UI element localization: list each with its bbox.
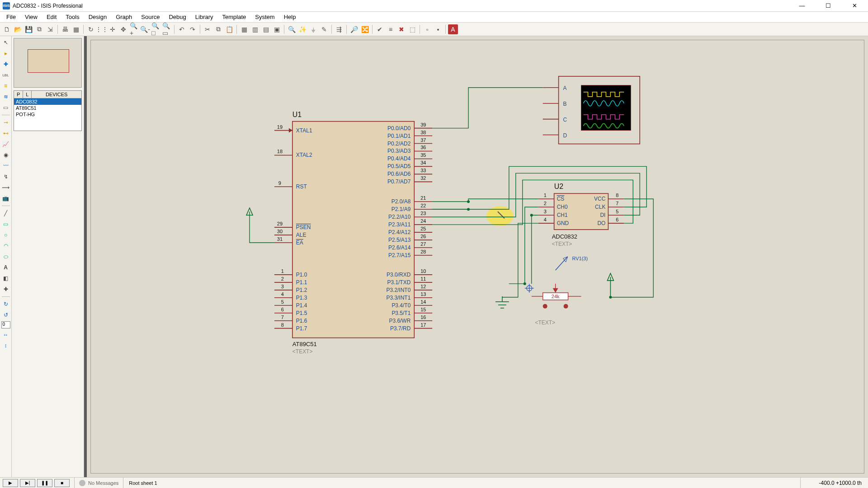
pan-icon[interactable]: ✥ xyxy=(118,24,128,34)
menu-library[interactable]: Library xyxy=(191,12,218,22)
paste-icon[interactable]: 📋 xyxy=(224,24,234,34)
textscript-icon[interactable]: ≡ xyxy=(1,81,10,90)
overview-window[interactable] xyxy=(14,38,82,88)
pot-rv1[interactable]: 24k RV1(3) xyxy=(525,256,588,309)
menu-system[interactable]: System xyxy=(250,12,279,22)
import-icon[interactable]: ⇲ xyxy=(45,24,55,34)
new-icon[interactable]: 🗋 xyxy=(2,24,12,34)
close-button[interactable]: ✕ xyxy=(845,0,863,11)
wirelabel2-icon[interactable]: LBL xyxy=(1,70,10,80)
probe-icon[interactable]: ✎ xyxy=(319,24,329,34)
pot-textph[interactable]: <TEXT> xyxy=(535,319,555,326)
grid-icon[interactable]: ⋮⋮ xyxy=(97,24,107,34)
zoomall-icon[interactable]: 🔍□ xyxy=(151,24,161,34)
device-list[interactable]: ADC0832 AT89C51 POT-HG xyxy=(14,99,82,131)
bus-icon[interactable]: ≋ xyxy=(1,92,10,101)
menu-tools[interactable]: Tools xyxy=(61,12,84,22)
minimize-button[interactable]: — xyxy=(793,0,811,11)
copy-icon[interactable]: ⧉ xyxy=(213,24,223,34)
schematic-canvas[interactable]: U1 19 XTAL1 18 XTAL2 9 RST xyxy=(90,40,864,474)
arc2d-icon[interactable]: ◠ xyxy=(1,241,10,250)
play-button[interactable]: ▶ xyxy=(3,479,18,487)
print-icon[interactable]: 🖶 xyxy=(60,24,70,34)
list-item[interactable]: ADC0832 xyxy=(14,99,81,105)
angle-input[interactable]: 0 xyxy=(1,321,10,328)
blockmove-icon[interactable]: ▥ xyxy=(250,24,260,34)
selection-icon[interactable]: ↖ xyxy=(1,38,10,47)
undo-icon[interactable]: ↶ xyxy=(177,24,187,34)
menu-debug[interactable]: Debug xyxy=(164,12,190,22)
menu-edit[interactable]: Edit xyxy=(42,12,61,22)
u2-part[interactable]: ADC0832 xyxy=(552,233,577,240)
redo-icon[interactable]: ↷ xyxy=(188,24,198,34)
replace-icon[interactable]: 🔀 xyxy=(360,24,370,34)
cut-icon[interactable]: ✂ xyxy=(203,24,212,34)
fliph-icon[interactable]: ↔ xyxy=(1,330,10,339)
pick-from-lib-button[interactable]: P xyxy=(14,91,23,98)
menu-design[interactable]: Design xyxy=(84,12,111,22)
marker-icon[interactable]: ✚ xyxy=(1,285,10,294)
devicepin-icon[interactable]: ⊷ xyxy=(1,129,10,138)
zoomout-icon[interactable]: 🔍- xyxy=(140,24,150,34)
vprobe-icon[interactable]: ↯ xyxy=(1,172,10,181)
zoomin-icon[interactable]: 🔍+ xyxy=(129,24,139,34)
circle2d-icon[interactable]: ○ xyxy=(1,230,10,239)
instrument-icon[interactable]: 📺 xyxy=(1,194,10,203)
netlist-icon[interactable]: ⇶ xyxy=(334,24,344,34)
power-symbol[interactable] xyxy=(607,273,613,299)
saveall-icon[interactable]: ⧉ xyxy=(34,24,44,34)
generator-icon[interactable]: 〰 xyxy=(1,161,10,170)
graph-tool-icon[interactable]: 📈 xyxy=(1,140,10,149)
blockrot-icon[interactable]: ▤ xyxy=(261,24,271,34)
rect2d-icon[interactable]: ▭ xyxy=(1,220,10,229)
path2d-icon[interactable]: ⬭ xyxy=(1,252,10,261)
rotcw-icon[interactable]: ↻ xyxy=(1,300,10,309)
pick-icon[interactable]: 🔍 xyxy=(287,24,297,34)
component-icon[interactable]: ▸ xyxy=(1,49,10,58)
zoomarea-icon[interactable]: 🔍▭ xyxy=(162,24,172,34)
menu-help[interactable]: Help xyxy=(279,12,301,22)
lib-button[interactable]: L xyxy=(23,91,32,98)
terminal-icon[interactable]: ⊸ xyxy=(1,118,10,127)
save-icon[interactable]: 💾 xyxy=(24,24,33,34)
u1-ref[interactable]: U1 xyxy=(292,111,302,118)
symbol-icon[interactable]: ◧ xyxy=(1,274,10,283)
pause-button[interactable]: ❚❚ xyxy=(37,479,52,487)
find-icon[interactable]: 🔎 xyxy=(349,24,359,34)
pkg-icon[interactable]: ⬚ xyxy=(407,24,417,34)
u2-textph[interactable]: <TEXT> xyxy=(552,241,572,247)
maximize-button[interactable]: ☐ xyxy=(819,0,837,11)
ground-symbol[interactable] xyxy=(495,296,509,308)
bom-icon[interactable]: ≡ xyxy=(386,24,396,34)
delsheet-icon[interactable]: ▪ xyxy=(433,24,443,34)
u1-part[interactable]: AT89C51 xyxy=(292,341,317,347)
list-item[interactable]: POT-HG xyxy=(14,111,81,117)
area-icon[interactable]: ▦ xyxy=(71,24,81,34)
text2d-icon[interactable]: A xyxy=(1,263,10,272)
open-icon[interactable]: 📂 xyxy=(13,24,23,34)
flipv-icon[interactable]: ↕ xyxy=(1,341,10,350)
blockcopy-icon[interactable]: ▦ xyxy=(239,24,249,34)
xref-icon[interactable]: ✖ xyxy=(396,24,406,34)
list-item[interactable]: AT89C51 xyxy=(14,105,81,111)
junction-icon[interactable]: ✚ xyxy=(1,60,10,69)
menu-source[interactable]: Source xyxy=(137,12,164,22)
erc-icon[interactable]: ✔ xyxy=(375,24,385,34)
menu-view[interactable]: View xyxy=(20,12,42,22)
tape-icon[interactable]: ◉ xyxy=(1,150,10,160)
iprobe-icon[interactable]: ⟿ xyxy=(1,183,10,192)
line2d-icon[interactable]: ╱ xyxy=(1,209,10,218)
wand-icon[interactable]: ✨ xyxy=(297,24,307,34)
stop-button[interactable]: ■ xyxy=(54,479,70,487)
u1-textph[interactable]: <TEXT> xyxy=(292,348,313,355)
menu-template[interactable]: Template xyxy=(218,12,251,22)
origin-icon[interactable]: ✛ xyxy=(108,24,118,34)
status-messages[interactable]: No Messages xyxy=(75,478,123,488)
ares-icon[interactable]: A xyxy=(448,24,458,34)
step-button[interactable]: ▶| xyxy=(20,479,35,487)
wirelabel-icon[interactable]: ⏚ xyxy=(308,24,318,34)
blockdel-icon[interactable]: ▣ xyxy=(272,24,282,34)
rotccw-icon[interactable]: ↺ xyxy=(1,310,10,319)
newsheet-icon[interactable]: ▫ xyxy=(422,24,432,34)
menu-file[interactable]: File xyxy=(2,12,20,22)
